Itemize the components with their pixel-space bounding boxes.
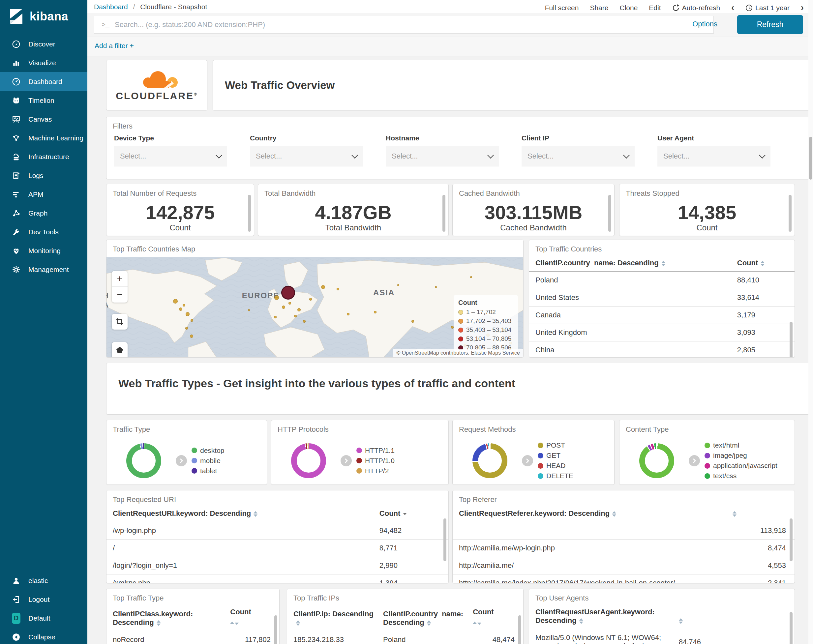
- sidebar-item-machine-learning[interactable]: Machine Learning: [0, 129, 87, 147]
- options-link[interactable]: Options: [692, 20, 717, 28]
- column-header-class[interactable]: ClientIPClass.keyword: Descending: [106, 604, 224, 631]
- traffic-type-donut-chart[interactable]: [126, 443, 161, 478]
- sidebar-footer-elastic[interactable]: elastic: [0, 571, 87, 590]
- column-header-count[interactable]: Count: [224, 604, 279, 631]
- legend-item[interactable]: desktop: [192, 446, 224, 454]
- map-fit-bounds-button[interactable]: [112, 314, 127, 330]
- refresh-button[interactable]: Refresh: [737, 15, 803, 34]
- map-zoom-out-button[interactable]: −: [112, 287, 127, 302]
- legend-item[interactable]: text/css: [704, 472, 778, 480]
- column-header-count[interactable]: Count: [731, 255, 795, 271]
- legend-item[interactable]: HEAD: [538, 462, 573, 470]
- column-header-count[interactable]: [673, 604, 795, 629]
- filter-select-user-agent[interactable]: Select...: [657, 146, 770, 166]
- legend-item[interactable]: GET: [538, 452, 573, 460]
- draw-polygon-button[interactable]: [112, 342, 127, 357]
- map-dot: [183, 304, 185, 307]
- sort-icon: [156, 620, 161, 626]
- world-map[interactable]: NORTH AMERICA EUROPE ASIA + −: [106, 257, 523, 357]
- http-protocols-donut-chart[interactable]: [291, 443, 326, 478]
- legend-expand-icon[interactable]: [341, 455, 352, 466]
- sidebar-item-management[interactable]: Management: [0, 260, 87, 279]
- sidebar-footer-default[interactable]: DDefault: [0, 609, 87, 627]
- search-input[interactable]: [115, 20, 713, 29]
- column-header-referer[interactable]: ClientRequestReferer.keyword: Descending: [453, 506, 726, 522]
- kibana-logo[interactable]: kibana: [0, 0, 87, 33]
- time-picker[interactable]: Last 1 year: [746, 4, 790, 12]
- column-header-country[interactable]: ClientIP.country_name: Descending: [529, 255, 731, 271]
- panel-scrollbar[interactable]: [518, 615, 521, 644]
- column-header-ip[interactable]: ClientIP.ip: Descending: [287, 604, 377, 631]
- sidebar-item-dev-tools[interactable]: Dev Tools: [0, 222, 87, 241]
- sidebar-item-timelion[interactable]: Timelion: [0, 91, 87, 110]
- column-header-count[interactable]: Count: [373, 506, 448, 522]
- auto-refresh-button[interactable]: Auto-refresh: [672, 4, 720, 12]
- clock-icon: [746, 4, 753, 12]
- page-scrollbar-thumb[interactable]: [809, 137, 812, 179]
- legend-item[interactable]: tablet: [192, 467, 224, 475]
- legend-item[interactable]: mobile: [192, 457, 224, 465]
- legend-expand-icon[interactable]: [689, 455, 700, 466]
- request-methods-donut-chart[interactable]: [472, 443, 508, 478]
- breadcrumb-current: Cloudflare - Snapshot: [140, 3, 207, 11]
- table-row: United Kingdom3,093: [529, 324, 795, 342]
- panel-scrollbar[interactable]: [788, 195, 792, 232]
- filter-select-hostname[interactable]: Select...: [386, 146, 499, 166]
- filter-select-device-type[interactable]: Select...: [114, 146, 227, 166]
- column-header-count[interactable]: Count: [466, 604, 523, 631]
- time-back-button[interactable]: ‹: [731, 3, 734, 13]
- legend-item[interactable]: text/html: [704, 441, 778, 449]
- sidebar-item-infrastructure[interactable]: Infrastructure: [0, 147, 87, 166]
- map-main-circle[interactable]: [281, 286, 295, 300]
- legend-item[interactable]: POST: [538, 441, 573, 449]
- map-zoom-in-button[interactable]: +: [112, 271, 127, 287]
- sidebar-item-canvas[interactable]: Canvas: [0, 110, 87, 129]
- sidebar-item-dashboard[interactable]: Dashboard: [0, 72, 87, 91]
- sidebar-footer-logout[interactable]: Logout: [0, 590, 87, 609]
- sidebar-item-apm[interactable]: APM: [0, 185, 87, 204]
- legend-item[interactable]: DELETE: [538, 472, 573, 480]
- legend-item[interactable]: image/jpeg: [704, 452, 778, 460]
- sidebar-item-logs[interactable]: Logs: [0, 166, 87, 185]
- edit-button[interactable]: Edit: [649, 4, 661, 12]
- filter-select-country[interactable]: Select...: [250, 146, 363, 166]
- legend-expand-icon[interactable]: [522, 455, 533, 466]
- column-header-country[interactable]: ClientIP.country_name: Descending: [377, 604, 466, 631]
- legend-item[interactable]: application/javascript: [704, 462, 778, 470]
- filter-select-client-ip[interactable]: Select...: [522, 146, 635, 166]
- sidebar-item-monitoring[interactable]: Monitoring: [0, 241, 87, 260]
- sidebar-item-graph[interactable]: Graph: [0, 204, 87, 222]
- column-header-count[interactable]: [726, 506, 795, 522]
- legend-item[interactable]: HTTP/1.1: [356, 446, 395, 454]
- legend-item[interactable]: HTTP/2: [356, 467, 395, 475]
- map-dot: [274, 295, 279, 300]
- breadcrumb-dashboard-link[interactable]: Dashboard: [94, 3, 128, 11]
- panel-scrollbar[interactable]: [608, 195, 611, 232]
- panel-scrollbar[interactable]: [274, 615, 277, 644]
- time-forward-button[interactable]: ›: [801, 3, 804, 13]
- filter-label: Country: [250, 134, 363, 142]
- panel-scrollbar[interactable]: [790, 518, 793, 561]
- panel-title: Top Traffic IPs: [287, 589, 523, 604]
- clone-button[interactable]: Clone: [620, 4, 638, 12]
- panel-scrollbar[interactable]: [248, 195, 251, 232]
- table-cell: 117,802: [224, 631, 279, 644]
- column-header-uri[interactable]: ClientRequestURI.keyword: Descending: [106, 506, 373, 522]
- sidebar-item-discover[interactable]: Discover: [0, 35, 87, 54]
- panel-scrollbar[interactable]: [442, 195, 445, 232]
- panel-scrollbar[interactable]: [443, 518, 446, 561]
- table-cell: http://camilia.me/index.php/2017/06/17/w…: [453, 575, 726, 584]
- column-header-user-agent[interactable]: ClientRequestUserAgent.keyword: Descendi…: [529, 604, 673, 629]
- share-button[interactable]: Share: [590, 4, 608, 12]
- content-type-donut-chart[interactable]: [639, 443, 674, 478]
- panel-scrollbar[interactable]: [790, 612, 793, 644]
- legend-expand-icon[interactable]: [176, 455, 187, 466]
- table-cell: http://camilia.me/: [453, 557, 726, 575]
- fullscreen-button[interactable]: Full screen: [545, 4, 579, 12]
- sidebar-footer-collapse[interactable]: Collapse: [0, 627, 87, 644]
- legend-item[interactable]: HTTP/1.0: [356, 457, 395, 465]
- panel-scrollbar[interactable]: [790, 322, 793, 357]
- add-filter-link[interactable]: Add a filter+: [95, 42, 134, 50]
- table-row: /login/?login_only=12,990: [106, 557, 448, 575]
- sidebar-item-visualize[interactable]: Visualize: [0, 54, 87, 72]
